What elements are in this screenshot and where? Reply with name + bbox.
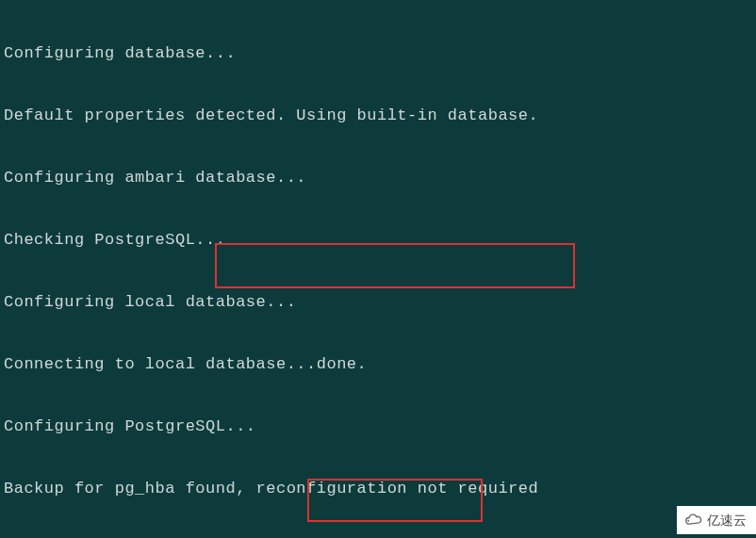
- output-line: Connecting to local database...done.: [4, 354, 752, 375]
- svg-point-0: [687, 520, 689, 522]
- watermark-text: 亿速云: [707, 510, 747, 530]
- output-line: Configuring local database...: [4, 292, 752, 313]
- output-line: Configuring ambari database...: [4, 168, 752, 188]
- output-line: Checking PostgreSQL...: [4, 230, 752, 251]
- cloud-icon: [684, 514, 703, 527]
- watermark-badge: 亿速云: [677, 506, 756, 534]
- output-line: Configuring database...: [4, 43, 752, 64]
- terminal-output[interactable]: Configuring database... Default properti…: [0, 0, 756, 538]
- output-line: Default properties detected. Using built…: [4, 106, 752, 126]
- output-line: Backup for pg_hba found, reconfiguration…: [4, 479, 752, 499]
- output-line: Configuring PostgreSQL...: [4, 416, 752, 437]
